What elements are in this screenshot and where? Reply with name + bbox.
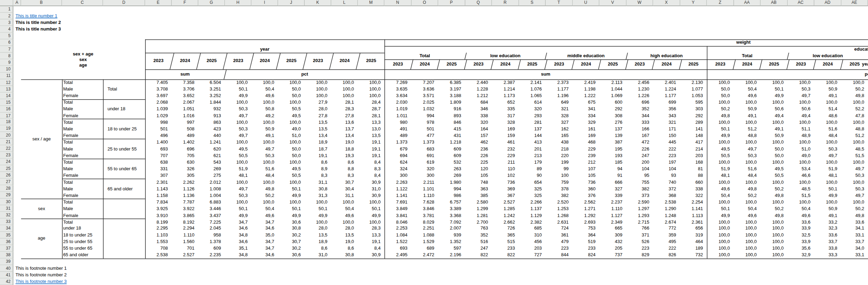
cell[interactable]: 338 [465, 112, 492, 119]
cell[interactable]: 1.137 [519, 205, 546, 212]
cell[interactable]: 49,2 [251, 112, 278, 119]
cell[interactable]: 3.910 [145, 212, 172, 218]
cell[interactable]: 543 [198, 159, 225, 165]
header-year-cell[interactable]: 2023 [787, 59, 814, 69]
cell[interactable]: 1.101 [411, 185, 438, 192]
row-group-label[interactable]: sex [21, 199, 62, 218]
cell[interactable]: 166 [626, 126, 653, 132]
row-label[interactable]: Male [63, 146, 103, 152]
cell[interactable]: 203 [519, 245, 546, 252]
row-number-41[interactable]: 41 [0, 272, 13, 278]
cell[interactable]: 50,0 [278, 93, 305, 99]
cell[interactable]: 100,0 [841, 199, 868, 205]
row-label[interactable]: Total [63, 159, 103, 165]
cell[interactable]: 100,0 [707, 239, 734, 245]
cell[interactable]: 100,0 [734, 199, 761, 205]
cell[interactable]: 50,5 [278, 172, 305, 179]
cell[interactable]: 8,3 [358, 165, 385, 172]
cell[interactable]: 211 [492, 159, 519, 165]
cell[interactable]: 8,4 [358, 172, 385, 179]
row-group-label[interactable]: age [21, 218, 62, 258]
cell[interactable]: 50,9 [761, 132, 788, 139]
cell[interactable]: 33,6 [814, 232, 841, 239]
footnote-3-link[interactable]: This is footnote number 3 [16, 278, 67, 285]
cell[interactable]: 50,9 [251, 126, 278, 132]
cell[interactable]: 100,0 [761, 245, 788, 252]
cell[interactable]: 3.652 [172, 93, 198, 99]
cell[interactable]: 13,5 [331, 232, 358, 239]
cell[interactable]: 1.212 [465, 93, 492, 99]
cell[interactable]: 33,6 [787, 218, 814, 225]
cell[interactable]: 50,2 [761, 185, 788, 192]
cell[interactable]: 2.012 [198, 179, 225, 185]
cell[interactable]: 2.113 [599, 79, 626, 86]
cell[interactable]: 998 [145, 119, 172, 126]
cell[interactable]: 2.520 [546, 199, 573, 205]
cell[interactable]: 100,0 [761, 119, 788, 126]
cell[interactable]: 233 [492, 245, 519, 252]
cell[interactable]: 34,6 [225, 239, 252, 245]
cell[interactable]: 31,1 [331, 192, 358, 199]
cell[interactable]: 33,9 [787, 225, 814, 232]
cell[interactable]: 1.173 [492, 93, 519, 99]
cell[interactable]: 50,0 [707, 86, 734, 92]
cell[interactable]: 100,0 [358, 218, 385, 225]
cell[interactable]: 48,5 [787, 185, 814, 192]
header-year-cell[interactable]: 2025 [438, 59, 465, 69]
cell[interactable]: 50,3 [251, 152, 278, 159]
row-number-27[interactable]: 27 [0, 179, 13, 185]
row-label[interactable]: 55 to under 65 [63, 245, 103, 252]
cell[interactable]: 50,1 [814, 185, 841, 192]
row-number-15[interactable]: 15 [0, 99, 13, 106]
cell[interactable]: 100,0 [358, 79, 385, 86]
cell[interactable]: 1.110 [599, 205, 626, 212]
cell[interactable]: 50,2 [761, 205, 788, 212]
cell[interactable]: 30,6 [278, 252, 305, 258]
cell[interactable]: 214 [680, 146, 707, 152]
cell[interactable]: 2.254 [680, 199, 707, 205]
cell[interactable]: 300 [411, 172, 438, 179]
cell[interactable]: 100,0 [707, 199, 734, 205]
cell[interactable]: 34,6 [225, 225, 252, 232]
cell[interactable]: 247 [465, 245, 492, 252]
column-letter-Z[interactable]: Z [707, 0, 734, 6]
column-letter-AB[interactable]: AB [761, 0, 788, 6]
cell[interactable]: 33,7 [841, 239, 868, 245]
cell[interactable]: 50,3 [734, 152, 761, 159]
cell[interactable]: 49,6 [734, 212, 761, 218]
cell[interactable]: 193 [599, 152, 626, 159]
column-letter-AD[interactable]: AD [814, 0, 841, 6]
cell[interactable]: 307 [145, 172, 172, 179]
cell[interactable]: 49,9 [707, 212, 734, 218]
row-number-25[interactable]: 25 [0, 165, 13, 172]
cell[interactable]: 100,0 [707, 245, 734, 252]
cell[interactable]: 619 [411, 159, 438, 165]
header-year-cell[interactable]: 2024 [653, 59, 680, 69]
cell[interactable]: 100,0 [734, 79, 761, 86]
cell[interactable]: 445 [653, 139, 680, 146]
cell[interactable]: 1.228 [465, 86, 492, 92]
cell[interactable]: 31,0 [358, 185, 385, 192]
cell[interactable]: 369 [492, 185, 519, 192]
cell[interactable]: 8.192 [172, 218, 198, 225]
cell[interactable]: 327 [599, 185, 626, 192]
cell[interactable]: 2.401 [653, 79, 680, 86]
cell[interactable]: 100,0 [734, 159, 761, 165]
cell[interactable]: 49,9 [305, 212, 331, 218]
cell[interactable]: 696 [626, 99, 653, 106]
cell[interactable]: 3.841 [384, 212, 411, 218]
cell[interactable]: 724 [546, 225, 573, 232]
cell[interactable]: 100,0 [761, 218, 788, 225]
cell[interactable]: 2.007 [438, 225, 465, 232]
cell[interactable]: 19,1 [358, 152, 385, 159]
cell[interactable]: 660 [680, 179, 707, 185]
cell[interactable]: 7.225 [198, 218, 225, 225]
age-group-label[interactable]: 18 to under 25 [107, 119, 145, 139]
column-letter-C[interactable]: C [62, 0, 103, 6]
row-number-30[interactable]: 30 [0, 199, 13, 205]
cell[interactable]: 50,4 [331, 205, 358, 212]
cell[interactable]: 100,0 [278, 179, 305, 185]
header-education-group-5[interactable]: low education [787, 53, 868, 59]
cell[interactable]: 325 [519, 185, 546, 192]
cell[interactable]: 50,1 [761, 86, 788, 92]
